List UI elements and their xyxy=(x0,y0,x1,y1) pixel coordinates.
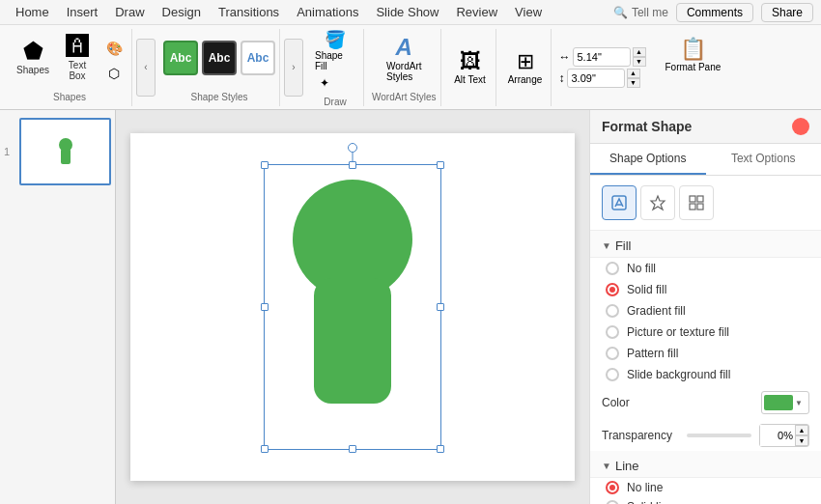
transparency-row: Transparency ▲ ▼ xyxy=(590,420,821,451)
textbox-label: Text Box xyxy=(60,60,95,81)
transparency-spinners: ▲ ▼ xyxy=(795,425,808,446)
tab-shape-options[interactable]: Shape Options xyxy=(590,144,706,175)
panel-icon-row xyxy=(590,176,821,231)
picture-fill-label: Picture or texture fill xyxy=(627,325,729,339)
shapes-icon: ⬟ xyxy=(23,40,43,63)
shapes-button[interactable]: ⬟ Shapes xyxy=(12,33,54,83)
handle-bot-mid[interactable] xyxy=(349,445,356,453)
style-scroll-right[interactable]: › xyxy=(284,39,303,97)
transparency-up[interactable]: ▲ xyxy=(795,425,808,435)
tell-me-text[interactable]: Tell me xyxy=(632,6,668,19)
handle-mid-right[interactable] xyxy=(437,303,444,311)
shape-fill-group: 🪣 Shape Fill ✦ Draw xyxy=(307,29,364,106)
shape-fill-icon: 🪣 xyxy=(325,29,346,50)
fill-color-btn[interactable]: 🎨 xyxy=(100,37,127,60)
panel-title: Format Shape xyxy=(602,119,692,134)
menu-draw[interactable]: Draw xyxy=(107,3,152,21)
transparency-slider[interactable] xyxy=(687,434,751,437)
no-fill-radio[interactable] xyxy=(606,262,619,275)
no-fill-label: No fill xyxy=(627,262,656,275)
format-pane-button[interactable]: 📋 Format Pane xyxy=(658,33,729,102)
svg-marker-6 xyxy=(651,196,665,210)
line-chevron: ▼ xyxy=(602,461,611,471)
width-input[interactable] xyxy=(573,47,631,67)
solid-line-label: Solid line xyxy=(627,500,674,504)
handle-top-right[interactable] xyxy=(437,161,444,169)
slide-bg-fill-row: Slide background fill xyxy=(590,364,821,385)
textbox-button[interactable]: 🅰 Text Box xyxy=(56,33,99,83)
slide-thumbnail[interactable] xyxy=(19,118,111,185)
layout-icon xyxy=(688,194,705,211)
slide-number: 1 xyxy=(4,146,15,157)
menu-home[interactable]: Home xyxy=(8,3,57,21)
menu-review[interactable]: Review xyxy=(448,3,505,21)
handle-mid-left[interactable] xyxy=(261,303,269,311)
width-down[interactable]: ▼ xyxy=(633,57,646,67)
no-line-label: No line xyxy=(627,481,663,494)
panel-close-button[interactable]: ✕ xyxy=(792,118,809,135)
slide-bg-fill-radio[interactable] xyxy=(606,368,619,381)
color-swatch-button[interactable]: ▼ xyxy=(761,391,809,414)
handle-bot-left[interactable] xyxy=(261,445,269,453)
alt-text-button[interactable]: 🖼 Alt Text xyxy=(449,42,492,93)
handle-top-left[interactable] xyxy=(261,161,269,169)
height-spinners: ▲ ▼ xyxy=(627,69,640,88)
line-section-label: Line xyxy=(615,459,639,473)
handle-bot-right[interactable] xyxy=(437,445,444,453)
transparency-input[interactable] xyxy=(760,425,795,446)
arrange-button[interactable]: ⊞ Arrange xyxy=(504,42,547,93)
solid-fill-radio[interactable] xyxy=(606,283,619,296)
fill-section-header[interactable]: ▼ Fill xyxy=(590,231,821,258)
arrange-icon: ⊞ xyxy=(517,49,534,74)
comments-button[interactable]: Comments xyxy=(676,3,753,22)
picture-fill-radio[interactable] xyxy=(606,325,619,339)
keyhole-shape xyxy=(285,172,420,423)
draw-group-label: Draw xyxy=(324,97,346,107)
shape-wrapper[interactable] xyxy=(275,172,430,442)
fill-icon-btn[interactable] xyxy=(602,185,637,220)
slide-canvas[interactable] xyxy=(130,133,575,481)
panel-tabs: Shape Options Text Options xyxy=(590,144,821,176)
gradient-fill-label: Gradient fill xyxy=(627,304,686,318)
menu-transitions[interactable]: Transitions xyxy=(211,3,287,21)
height-input[interactable] xyxy=(567,69,625,88)
height-up[interactable]: ▲ xyxy=(627,69,640,78)
shapes-group-label: Shapes xyxy=(53,92,86,102)
fill-line-icon xyxy=(610,194,628,211)
shape-effects-btn[interactable]: ✦ xyxy=(311,71,338,95)
solid-fill-row: Solid fill xyxy=(590,279,821,300)
canvas-area xyxy=(116,110,589,504)
transparency-down[interactable]: ▼ xyxy=(795,435,808,446)
menu-view[interactable]: View xyxy=(507,3,550,21)
pattern-fill-radio[interactable] xyxy=(606,347,619,360)
effects-icon-btn[interactable] xyxy=(640,185,675,220)
menu-animations[interactable]: Animations xyxy=(289,3,366,21)
menu-insert[interactable]: Insert xyxy=(59,3,106,21)
arrange-label: Arrange xyxy=(508,74,543,85)
style-scroll-left[interactable]: ‹ xyxy=(136,39,156,97)
shape-style-outline[interactable]: Abc xyxy=(241,41,275,75)
height-down[interactable]: ▼ xyxy=(627,78,640,88)
shape-style-green[interactable]: Abc xyxy=(163,41,198,75)
wordart-button[interactable]: A WordArt Styles xyxy=(382,33,425,83)
arrange-group: ⊞ Arrange xyxy=(500,29,552,106)
share-button[interactable]: Share xyxy=(761,3,813,22)
no-line-radio[interactable] xyxy=(606,481,619,494)
width-spinners: ▲ ▼ xyxy=(633,47,646,67)
menu-design[interactable]: Design xyxy=(155,3,209,21)
rotate-line xyxy=(353,153,354,168)
line-section-header[interactable]: ▼ Line xyxy=(590,451,821,478)
width-up[interactable]: ▲ xyxy=(633,47,646,57)
layout-icon-btn[interactable] xyxy=(679,185,714,220)
solid-line-radio[interactable] xyxy=(606,500,619,504)
tab-text-options[interactable]: Text Options xyxy=(706,144,822,175)
rotate-handle[interactable] xyxy=(348,143,357,153)
shape-outline-btn[interactable]: ⬡ xyxy=(100,62,127,85)
shape-style-dark[interactable]: Abc xyxy=(202,41,237,75)
menu-slideshow[interactable]: Slide Show xyxy=(368,3,446,21)
format-pane-label: Format Pane xyxy=(665,62,722,72)
height-row: ↕ ▲ ▼ xyxy=(559,69,646,88)
shape-fill-button[interactable]: 🪣 Shape Fill xyxy=(311,31,359,70)
fill-chevron: ▼ xyxy=(602,240,611,251)
gradient-fill-radio[interactable] xyxy=(606,304,619,318)
